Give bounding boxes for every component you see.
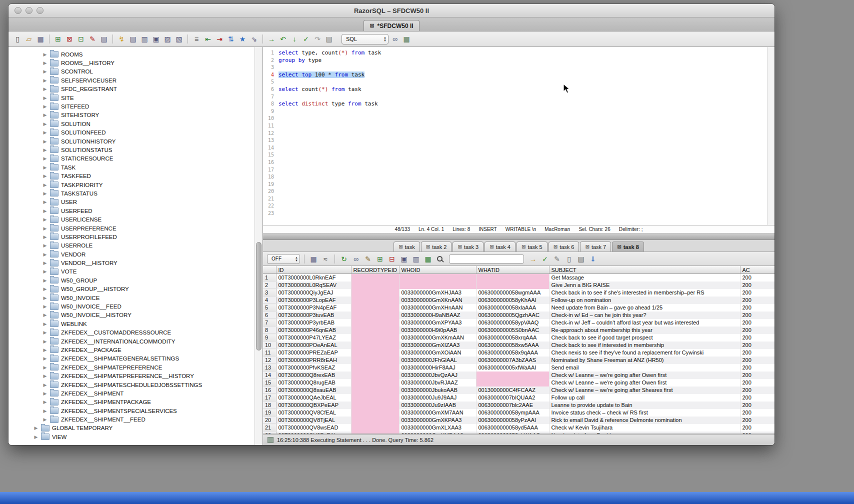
cell-recordtypeid[interactable] (351, 312, 399, 319)
cell-recordtypeid[interactable] (351, 282, 399, 289)
disclosure-triangle-icon[interactable]: ▶ (34, 434, 38, 440)
cell-ac[interactable]: 200 (740, 364, 774, 372)
row-number-cell[interactable]: 1 (263, 274, 276, 282)
disclosure-triangle-icon[interactable]: ▶ (42, 86, 48, 92)
cell-ac[interactable]: 200 (740, 296, 774, 304)
cell-whoid[interactable]: 0033000000GmXLXAA3 (399, 424, 476, 432)
search-next-icon[interactable]: → (528, 254, 538, 264)
tree-item[interactable]: ▶ZKFEDEX__SHIPMATEPREFERENCE__HISTORY (8, 372, 262, 380)
disclosure-triangle-icon[interactable]: ▶ (42, 60, 48, 66)
cell-whatid[interactable]: 00630000007A3bZAAS (476, 356, 549, 364)
tab-close-icon[interactable]: ⊠ (426, 244, 430, 250)
table-row[interactable]: 700T3000000P3yrbEAB0033000000GmXPYAA3006… (263, 319, 774, 326)
cell-whatid[interactable]: 0063000000058yhWAAQ (476, 432, 549, 434)
cell-ac[interactable]: 200 (740, 394, 774, 402)
cell-subject[interactable]: Check w/ Leanne – we're going after Owen… (549, 372, 740, 379)
spreadsheet-export-icon[interactable]: ▦ (423, 254, 433, 264)
cell-whoid[interactable]: 0033000000JbvQzAAJ (399, 372, 476, 379)
tab-close-icon[interactable]: ⊠ (617, 244, 621, 250)
delete-row-icon[interactable]: ⊟ (387, 254, 397, 264)
cell-whatid[interactable]: 0063000000058ympAAA (476, 409, 549, 416)
cell-subject[interactable]: Give Jenn a BIG RAISE (549, 282, 740, 289)
minimize-button[interactable] (26, 7, 32, 14)
results-search-input[interactable] (449, 254, 524, 264)
tree-item[interactable]: ▶SITEFEED (8, 102, 262, 110)
favorites-icon[interactable]: ★ (238, 34, 248, 44)
table-row[interactable]: 1800T3000000QBXPeEAP0033000000Ju9zIAAB00… (263, 402, 774, 409)
cell-subject[interactable]: Follow-up on nomination (549, 296, 740, 304)
cell-whoid[interactable]: 0033000000GmXHnAAN (399, 304, 476, 312)
paste-icon[interactable]: ▨ (162, 34, 172, 44)
cell-whatid[interactable]: 0063000000058yd5AAA (476, 424, 549, 432)
cell-whoid[interactable]: 0033000000HirF8AAJ (399, 364, 476, 372)
tree-item[interactable]: ▶USERPREFERENCE (8, 224, 262, 232)
tab-close-icon[interactable]: ⊠ (585, 244, 589, 250)
tree-item[interactable]: ▶SOLUTIONFEED (8, 128, 262, 137)
tree-item[interactable]: ▶TASKFEED (8, 172, 262, 180)
undo-icon[interactable]: ↷ (312, 34, 322, 44)
cell-id[interactable]: 00T3000000L0RqSEAV (276, 282, 351, 289)
table-row[interactable]: 1300T3000000PfvKSEAZ0033000000HirF8AAJ00… (263, 364, 774, 372)
cell-id[interactable]: 00T3000000QV8wsEAD (276, 424, 351, 432)
results-list-icon[interactable]: ≡ (192, 34, 202, 44)
cell-subject[interactable]: Get Massage (549, 274, 740, 282)
disclosure-triangle-icon[interactable]: ▶ (42, 122, 48, 126)
row-number-cell[interactable]: 18 (263, 402, 276, 409)
disclosure-triangle-icon[interactable]: ▶ (42, 156, 48, 161)
tree-item[interactable]: ▶SFDC_REGISTRANT (8, 85, 262, 94)
form-view-icon[interactable]: ▤ (324, 34, 334, 44)
editor-scrollbar[interactable] (767, 47, 774, 225)
column-header-ID[interactable]: ID (276, 266, 351, 274)
table-row[interactable]: 800T3000000P46qnEAB0033000000H9i0pAAB006… (263, 326, 774, 334)
sql-editor-text[interactable]: 1select type, count(*) from task2group b… (263, 47, 767, 225)
cell-ac[interactable]: 200 (740, 349, 774, 356)
disclosure-triangle-icon[interactable]: ▶ (42, 269, 48, 274)
tree-item[interactable]: ▶ZKFEDEX__PACKAGE (8, 346, 262, 354)
tree-item[interactable]: ▶USERROLE (8, 242, 262, 250)
export-file-icon[interactable]: ▯ (564, 254, 574, 264)
column-header-WHATID[interactable]: WHATID (476, 266, 549, 274)
tree-item[interactable]: ▶ZKFEDEX__CUSTOMADDRESSSOURCE (8, 328, 262, 337)
disclosure-triangle-icon[interactable]: ▶ (42, 365, 48, 370)
grid-view-icon[interactable]: ▦ (402, 34, 412, 44)
cell-id[interactable]: 00T3000000QV8CfEAL (276, 409, 351, 416)
tree-item[interactable]: ▶W50_GROUP__HISTORY (8, 285, 262, 294)
tree-item[interactable]: ▶ROOMS__HISTORY (8, 58, 262, 67)
table-row[interactable]: 200T3000000L0RqSEAVGive Jenn a BIG RAISE… (263, 282, 774, 289)
cell-whoid[interactable]: 0033000000H9i0pAAB (399, 326, 476, 334)
result-tab-task-8[interactable]: ⊠task 8 (612, 242, 644, 252)
cell-subject[interactable]: Check back in to see if she's interested… (549, 289, 740, 296)
tree-item[interactable]: ▶WEBLINK (8, 320, 262, 328)
cell-whoid[interactable] (399, 282, 476, 289)
cell-whatid[interactable]: 006300000005S0bnAAC (476, 326, 549, 334)
column-header-SUBJECT[interactable]: SUBJECT (549, 266, 740, 274)
disclosure-triangle-icon[interactable]: ▶ (42, 400, 48, 404)
cell-subject[interactable]: Check w/ Leanne – we're going after Shea… (549, 386, 740, 394)
table-row[interactable]: 1200T3000000PRR8rEAH0033000000JFhGlAAL00… (263, 356, 774, 364)
copy-icon[interactable]: ▣ (151, 34, 161, 44)
disclosure-triangle-icon[interactable]: ▶ (42, 296, 48, 300)
cell-recordtypeid[interactable] (351, 372, 399, 379)
cell-id[interactable]: 00T3000000P46qnEAB (276, 326, 351, 334)
cell-whatid[interactable]: 00630000007blc2AAE (476, 402, 549, 409)
disclosure-triangle-icon[interactable]: ▶ (42, 339, 48, 344)
download-results-icon[interactable]: ⇓ (588, 254, 598, 264)
cell-whoid[interactable]: 0033000000GmXM7AAN (399, 409, 476, 416)
tree-item[interactable]: ▶SCONTROL (8, 68, 262, 76)
disclosure-triangle-icon[interactable]: ▶ (42, 130, 48, 135)
tree-item[interactable]: ▶VOTE (8, 268, 262, 276)
cell-ac[interactable]: 200 (740, 424, 774, 432)
cell-id[interactable]: 00T3000000L0RknEAF (276, 274, 351, 282)
disclosure-triangle-icon[interactable]: ▶ (42, 139, 48, 144)
cell-recordtypeid[interactable] (351, 349, 399, 356)
tree-item[interactable]: ▶ZKFEDEX__SHIPMENTSPECIALSERVICES (8, 406, 262, 415)
cell-whatid[interactable]: 0063000000058xlaAAA (476, 304, 549, 312)
cell-recordtypeid[interactable] (351, 319, 399, 326)
disclosure-triangle-icon[interactable]: ▶ (42, 96, 48, 100)
tree-item[interactable]: ▶SELFSERVICEUSER (8, 76, 262, 84)
cell-whatid[interactable]: 0063000000058wgmAAA (476, 289, 549, 296)
cell-id[interactable]: 00T3000000QAeJbEAL (276, 394, 351, 402)
cell-recordtypeid[interactable] (351, 289, 399, 296)
table-row[interactable]: 2100T3000000QV8wsEAD0033000000GmXLXAA300… (263, 424, 774, 432)
open-file-icon[interactable]: ▱ (24, 34, 34, 44)
